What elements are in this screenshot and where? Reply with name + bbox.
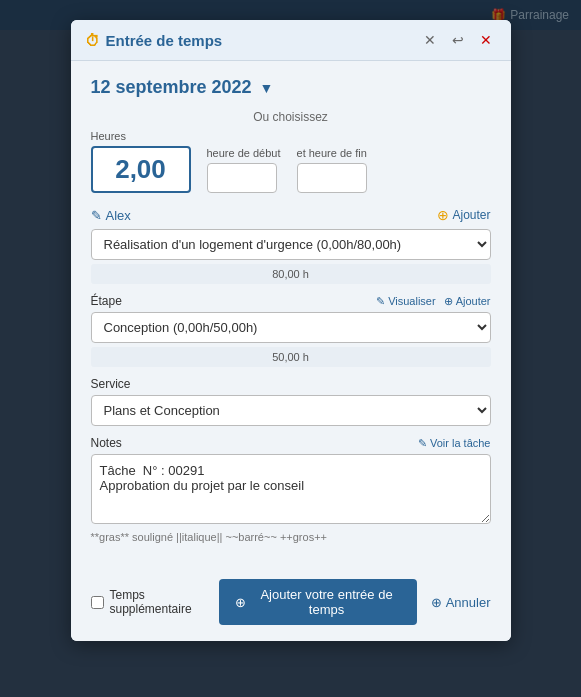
debut-label: heure de début <box>207 147 281 159</box>
add-user-link[interactable]: ⊕ Ajouter <box>437 207 490 223</box>
voir-tache-icon: ✎ <box>418 437 427 450</box>
notes-row: Notes ✎ Voir la tâche <box>91 436 491 450</box>
user-name: Alex <box>106 208 131 223</box>
modal-title: ⏱ Entrée de temps <box>85 32 223 49</box>
project-select[interactable]: Réalisation d'un logement d'urgence (0,0… <box>91 229 491 260</box>
temps-supplementaire-checkbox[interactable] <box>91 596 104 609</box>
visualiser-link[interactable]: ✎ Visualiser <box>376 295 436 308</box>
date-row: 12 septembre 2022 ▼ <box>91 77 491 98</box>
footer-right: ⊕ Ajouter votre entrée de temps ⊕ Annule… <box>219 579 490 625</box>
clock-icon: ⏱ <box>85 32 100 49</box>
fin-group: et heure de fin <box>297 147 367 193</box>
temps-supplementaire-label: Temps supplémentaire <box>110 588 220 616</box>
time-entry-modal: ⏱ Entrée de temps ✕ ↩ ✕ 12 septembre 202… <box>71 20 511 641</box>
cancel-label: Annuler <box>446 595 491 610</box>
temps-supplementaire-wrapper[interactable]: Temps supplémentaire <box>91 588 220 616</box>
ajouter-etape-label: Ajouter <box>456 295 491 307</box>
etape-label-row: Étape ✎ Visualiser ⊕ Ajouter <box>91 294 491 308</box>
etape-label: Étape <box>91 294 122 308</box>
cancel-link[interactable]: ⊕ Annuler <box>431 595 491 610</box>
notes-label: Notes <box>91 436 122 450</box>
notes-textarea[interactable]: Tâche N° : 00291 Approbation du projet p… <box>91 454 491 524</box>
heures-group: Heures <box>91 130 191 193</box>
cancel-icon: ⊕ <box>431 595 442 610</box>
heures-input[interactable] <box>91 146 191 193</box>
modal-title-text: Entrée de temps <box>106 32 223 49</box>
service-label: Service <box>91 377 131 391</box>
visualiser-icon: ✎ <box>376 295 385 308</box>
modal-footer: Temps supplémentaire ⊕ Ajouter votre ent… <box>71 569 511 641</box>
voir-tache-label: Voir la tâche <box>430 437 491 449</box>
service-label-row: Service <box>91 377 491 391</box>
user-link[interactable]: ✎ Alex <box>91 208 131 223</box>
modal-body: 12 septembre 2022 ▼ Ou choisissez Heures… <box>71 61 511 569</box>
modal-cross-btn[interactable]: ✕ <box>419 30 441 50</box>
notes-toolbar: **gras** souligné ||italique|| ~~barré~~… <box>91 527 491 547</box>
modal-undo-btn[interactable]: ↩ <box>447 30 469 50</box>
ajouter-etape-icon: ⊕ <box>444 295 453 308</box>
submit-label: Ajouter votre entrée de temps <box>252 587 400 617</box>
footer-left: Temps supplémentaire <box>91 588 220 616</box>
add-user-icon: ⊕ <box>437 207 449 223</box>
submit-button[interactable]: ⊕ Ajouter votre entrée de temps <box>219 579 416 625</box>
modal-header: ⏱ Entrée de temps ✕ ↩ ✕ <box>71 20 511 61</box>
voir-tache-link[interactable]: ✎ Voir la tâche <box>418 437 491 450</box>
modal-close-btn[interactable]: ✕ <box>475 30 497 50</box>
submit-icon: ⊕ <box>235 595 246 610</box>
time-fields-row: Heures heure de début et heure de fin <box>91 130 491 193</box>
etape-select[interactable]: Conception (0,00h/50,00h) <box>91 312 491 343</box>
service-select[interactable]: Plans et Conception <box>91 395 491 426</box>
etape-actions: ✎ Visualiser ⊕ Ajouter <box>376 295 490 308</box>
fin-label: et heure de fin <box>297 147 367 159</box>
modal-controls: ✕ ↩ ✕ <box>419 30 497 50</box>
ajouter-etape-link[interactable]: ⊕ Ajouter <box>444 295 491 308</box>
project-progress: 80,00 h <box>91 264 491 284</box>
heures-label: Heures <box>91 130 191 142</box>
user-row: ✎ Alex ⊕ Ajouter <box>91 207 491 223</box>
fin-input[interactable] <box>297 163 367 193</box>
add-user-label: Ajouter <box>452 208 490 222</box>
ou-choisissez-label: Ou choisissez <box>91 110 491 124</box>
modal-overlay: ⏱ Entrée de temps ✕ ↩ ✕ 12 septembre 202… <box>0 0 581 697</box>
date-dropdown-icon: ▼ <box>260 80 274 96</box>
debut-group: heure de début <box>207 147 281 193</box>
date-picker[interactable]: 12 septembre 2022 <box>91 77 252 98</box>
user-edit-icon: ✎ <box>91 208 102 223</box>
etape-progress: 50,00 h <box>91 347 491 367</box>
debut-input[interactable] <box>207 163 277 193</box>
visualiser-label: Visualiser <box>388 295 436 307</box>
